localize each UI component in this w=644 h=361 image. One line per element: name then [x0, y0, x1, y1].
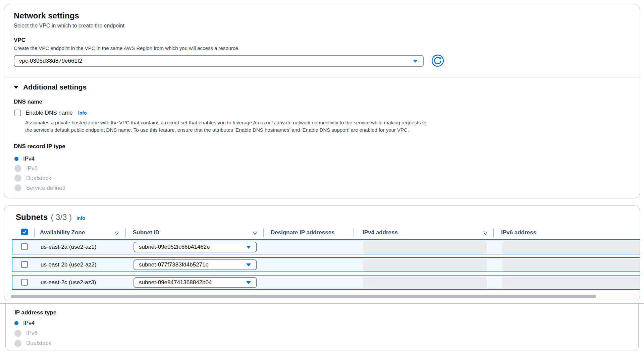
- column-header-subnet-id: Subnet ID: [133, 229, 159, 236]
- vpc-label: VPC: [14, 37, 630, 44]
- radio-label: IPv6: [26, 165, 38, 172]
- radio-option-ipv6: IPv6: [14, 328, 630, 338]
- ipv6-address-field: [502, 277, 640, 289]
- additional-settings-toggle[interactable]: Additional settings: [14, 77, 630, 91]
- column-divider: [125, 229, 126, 237]
- chevron-down-icon: [246, 246, 251, 249]
- column-divider: [34, 229, 35, 237]
- subnets-table-header: Availability Zone Subnet ID Designate IP…: [4, 227, 640, 239]
- ip-address-type-group: IPv4 IPv6 Dualstack: [14, 318, 630, 348]
- radio-disabled-icon: [14, 165, 21, 172]
- column-header-ipv6-address: IPv6 address: [501, 229, 536, 236]
- radio-disabled-icon: [14, 330, 21, 337]
- availability-zone-cell: us-east-2a (use2-az1): [41, 244, 96, 250]
- table-row[interactable]: us-east-2b (use2-az2) subnet-077f7383fd4…: [12, 257, 640, 272]
- radio-option-ipv4[interactable]: IPv4: [14, 318, 630, 328]
- column-divider: [263, 229, 264, 237]
- column-header-designate-ip: Designate IP addresses: [271, 229, 335, 236]
- radio-option-dualstack: Dualstack: [14, 173, 630, 183]
- horizontal-scrollbar[interactable]: [7, 294, 637, 299]
- dns-record-ip-type-label: DNS record IP type: [14, 143, 630, 150]
- additional-settings-title: Additional settings: [23, 83, 87, 91]
- radio-label: IPv6: [26, 330, 38, 337]
- subnet-id-value: subnet-09e84741368842b04: [139, 279, 246, 286]
- subnets-panel: Subnets ( 3/3 ) Info Availability Zone S…: [4, 205, 640, 301]
- network-settings-title: Network settings: [14, 11, 630, 20]
- sort-icon[interactable]: [483, 231, 488, 237]
- enable-dns-checkbox-label: Enable DNS name: [25, 110, 73, 116]
- sort-icon[interactable]: [114, 231, 119, 237]
- subnets-info-link[interactable]: Info: [76, 216, 85, 221]
- radio-label: IPv4: [23, 156, 35, 162]
- radio-option-service-defined: Service defined: [14, 183, 630, 193]
- ip-address-type-label: IP address type: [14, 309, 630, 316]
- chevron-down-icon: [413, 60, 418, 63]
- enable-dns-checkbox[interactable]: [14, 110, 21, 116]
- network-settings-panel: Network settings Select the VPC in which…: [4, 4, 640, 198]
- vpc-description: Create the VPC endpoint in the VPC in th…: [14, 45, 630, 51]
- radio-option-ipv4[interactable]: IPv4: [14, 154, 630, 164]
- chevron-down-icon: [246, 263, 251, 266]
- radio-label: Dualstack: [26, 175, 51, 182]
- radio-disabled-icon: [14, 340, 21, 347]
- subnet-id-select[interactable]: subnet-077f7383fd4b5271e: [133, 259, 257, 270]
- scrollbar-thumb[interactable]: [11, 295, 596, 298]
- refresh-icon: [431, 54, 444, 68]
- sort-icon[interactable]: [253, 231, 257, 237]
- ipv4-address-field: [363, 277, 487, 289]
- designate-ip-checkbox[interactable]: [21, 279, 28, 286]
- ipv6-address-field: [502, 259, 640, 272]
- column-divider: [493, 229, 494, 237]
- radio-label: Service defined: [26, 185, 65, 191]
- dns-record-ip-type-group: IPv4 IPv6 Dualstack Service defined: [14, 154, 630, 193]
- radio-selected-icon[interactable]: [14, 321, 18, 325]
- availability-zone-cell: us-east-2b (use2-az2): [41, 261, 96, 268]
- subnet-id-select[interactable]: subnet-09e84741368842b04: [133, 277, 257, 288]
- ipv6-address-field: [502, 241, 640, 254]
- column-header-availability-zone: Availability Zone: [40, 229, 85, 236]
- availability-zone-cell: us-east-2c (use2-az3): [41, 279, 96, 286]
- vpc-select-value: vpc-0305d38d879e661f2: [19, 58, 413, 64]
- column-divider: [354, 229, 354, 237]
- network-settings-subtitle: Select the VPC in which to create the en…: [14, 23, 630, 29]
- designate-ip-checkbox[interactable]: [21, 243, 28, 250]
- radio-option-ipv6: IPv6: [14, 164, 630, 173]
- dns-name-label: DNS name: [14, 99, 630, 105]
- vpc-select[interactable]: vpc-0305d38d879e661f2: [14, 55, 424, 67]
- ipv4-address-field: [363, 259, 487, 272]
- refresh-button[interactable]: [431, 54, 444, 68]
- column-header-ipv4-address: IPv4 address: [363, 229, 398, 236]
- select-all-checkbox[interactable]: [21, 229, 28, 235]
- table-row[interactable]: us-east-2c (use2-az3) subnet-09e84741368…: [12, 275, 640, 290]
- radio-option-dualstack: Dualstack: [14, 338, 630, 348]
- enable-dns-description: Associates a private hosted zone with th…: [25, 119, 428, 134]
- radio-label: IPv4: [23, 320, 35, 326]
- designate-ip-checkbox[interactable]: [21, 261, 28, 268]
- subnets-counter: ( 3/3 ): [51, 213, 72, 222]
- table-row[interactable]: us-east-2a (use2-az1) subnet-09e052fc66b…: [12, 239, 640, 254]
- subnet-id-value: subnet-077f7383fd4b5271e: [139, 261, 246, 268]
- radio-selected-icon[interactable]: [14, 157, 18, 161]
- radio-disabled-icon: [14, 184, 21, 191]
- subnets-table: Availability Zone Subnet ID Designate IP…: [4, 227, 640, 290]
- subnets-title: Subnets: [16, 213, 48, 222]
- chevron-down-icon: [246, 281, 251, 284]
- triangle-down-icon: [14, 86, 18, 89]
- subnet-id-select[interactable]: subnet-09e052fc66b41462e: [133, 242, 257, 252]
- radio-label: Dualstack: [26, 340, 51, 347]
- radio-disabled-icon: [14, 175, 21, 182]
- ipv4-address-field: [363, 241, 487, 254]
- subnet-id-value: subnet-09e052fc66b41462e: [139, 244, 246, 250]
- enable-dns-info-link[interactable]: Info: [78, 110, 87, 116]
- ip-address-type-panel: IP address type IPv4 IPv6 Dualstack: [5, 304, 639, 351]
